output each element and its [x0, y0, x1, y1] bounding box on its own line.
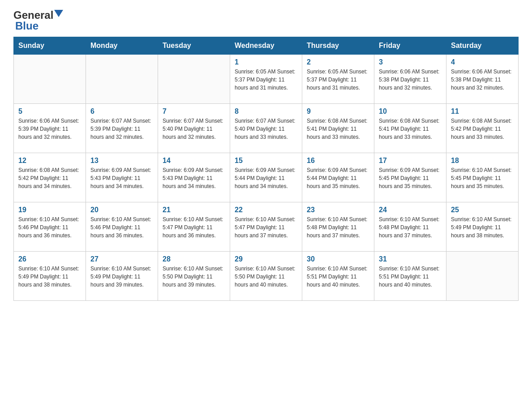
day-info: Sunrise: 6:10 AM Sunset: 5:47 PM Dayligh…	[163, 215, 225, 240]
day-info: Sunrise: 6:06 AM Sunset: 5:38 PM Dayligh…	[451, 68, 514, 92]
day-number: 15	[235, 157, 297, 165]
calendar-cell	[446, 252, 519, 301]
day-info: Sunrise: 6:10 AM Sunset: 5:46 PM Dayligh…	[18, 215, 81, 240]
calendar-cell: 26Sunrise: 6:10 AM Sunset: 5:49 PM Dayli…	[14, 252, 86, 301]
logo-blue-text: Blue	[15, 20, 39, 32]
weekday-header-tuesday: Tuesday	[158, 37, 230, 55]
day-number: 4	[451, 58, 514, 66]
day-number: 24	[379, 206, 442, 214]
day-number: 11	[451, 107, 514, 116]
day-info: Sunrise: 6:10 AM Sunset: 5:48 PM Dayligh…	[307, 215, 369, 240]
calendar-cell: 1Sunrise: 6:05 AM Sunset: 5:37 PM Daylig…	[230, 55, 302, 104]
day-info: Sunrise: 6:07 AM Sunset: 5:39 PM Dayligh…	[90, 117, 153, 141]
day-info: Sunrise: 6:08 AM Sunset: 5:42 PM Dayligh…	[18, 166, 81, 190]
day-info: Sunrise: 6:08 AM Sunset: 5:41 PM Dayligh…	[307, 117, 369, 141]
calendar-cell: 17Sunrise: 6:09 AM Sunset: 5:45 PM Dayli…	[374, 153, 446, 202]
weekday-header-row: SundayMondayTuesdayWednesdayThursdayFrid…	[14, 37, 519, 55]
calendar-week-row: 12Sunrise: 6:08 AM Sunset: 5:42 PM Dayli…	[14, 153, 519, 202]
day-number: 29	[235, 255, 297, 263]
calendar-cell: 6Sunrise: 6:07 AM Sunset: 5:39 PM Daylig…	[86, 104, 158, 153]
day-number: 8	[235, 107, 297, 116]
weekday-header-wednesday: Wednesday	[230, 37, 302, 55]
page-header: General Blue	[13, 9, 519, 32]
day-info: Sunrise: 6:09 AM Sunset: 5:44 PM Dayligh…	[307, 166, 369, 190]
calendar-cell: 5Sunrise: 6:06 AM Sunset: 5:39 PM Daylig…	[14, 104, 86, 153]
day-info: Sunrise: 6:05 AM Sunset: 5:37 PM Dayligh…	[307, 68, 369, 92]
day-number: 2	[307, 58, 369, 66]
day-number: 28	[163, 255, 225, 263]
day-info: Sunrise: 6:08 AM Sunset: 5:41 PM Dayligh…	[379, 117, 442, 141]
day-info: Sunrise: 6:10 AM Sunset: 5:49 PM Dayligh…	[18, 265, 81, 289]
calendar-week-row: 19Sunrise: 6:10 AM Sunset: 5:46 PM Dayli…	[14, 202, 519, 252]
svg-marker-0	[54, 10, 63, 17]
calendar-cell: 19Sunrise: 6:10 AM Sunset: 5:46 PM Dayli…	[14, 202, 86, 252]
calendar-cell: 2Sunrise: 6:05 AM Sunset: 5:37 PM Daylig…	[302, 55, 374, 104]
calendar-week-row: 1Sunrise: 6:05 AM Sunset: 5:37 PM Daylig…	[14, 55, 519, 104]
calendar-cell: 25Sunrise: 6:10 AM Sunset: 5:49 PM Dayli…	[446, 202, 519, 252]
weekday-header-sunday: Sunday	[14, 37, 86, 55]
day-info: Sunrise: 6:10 AM Sunset: 5:45 PM Dayligh…	[451, 166, 514, 190]
day-number: 5	[18, 107, 81, 116]
calendar-week-row: 26Sunrise: 6:10 AM Sunset: 5:49 PM Dayli…	[14, 252, 519, 301]
day-number: 20	[90, 206, 153, 214]
calendar-cell: 23Sunrise: 6:10 AM Sunset: 5:48 PM Dayli…	[302, 202, 374, 252]
calendar-cell: 10Sunrise: 6:08 AM Sunset: 5:41 PM Dayli…	[374, 104, 446, 153]
weekday-header-monday: Monday	[86, 37, 158, 55]
day-info: Sunrise: 6:05 AM Sunset: 5:37 PM Dayligh…	[235, 68, 297, 92]
day-number: 12	[18, 157, 81, 165]
calendar-cell: 13Sunrise: 6:09 AM Sunset: 5:43 PM Dayli…	[86, 153, 158, 202]
calendar-cell	[14, 55, 86, 104]
day-info: Sunrise: 6:07 AM Sunset: 5:40 PM Dayligh…	[163, 117, 225, 141]
logo: General Blue	[13, 9, 63, 32]
day-info: Sunrise: 6:10 AM Sunset: 5:48 PM Dayligh…	[379, 215, 442, 240]
day-number: 14	[163, 157, 225, 165]
day-info: Sunrise: 6:10 AM Sunset: 5:49 PM Dayligh…	[90, 265, 153, 289]
day-number: 18	[451, 157, 514, 165]
weekday-header-friday: Friday	[374, 37, 446, 55]
day-number: 13	[90, 157, 153, 165]
day-info: Sunrise: 6:08 AM Sunset: 5:42 PM Dayligh…	[451, 117, 514, 141]
day-info: Sunrise: 6:10 AM Sunset: 5:50 PM Dayligh…	[163, 265, 225, 289]
calendar-table: SundayMondayTuesdayWednesdayThursdayFrid…	[13, 37, 519, 301]
calendar-cell: 24Sunrise: 6:10 AM Sunset: 5:48 PM Dayli…	[374, 202, 446, 252]
day-info: Sunrise: 6:09 AM Sunset: 5:43 PM Dayligh…	[163, 166, 225, 190]
calendar-cell: 8Sunrise: 6:07 AM Sunset: 5:40 PM Daylig…	[230, 104, 302, 153]
day-info: Sunrise: 6:10 AM Sunset: 5:47 PM Dayligh…	[235, 215, 297, 240]
calendar-cell: 21Sunrise: 6:10 AM Sunset: 5:47 PM Dayli…	[158, 202, 230, 252]
day-number: 7	[163, 107, 225, 116]
calendar-cell: 16Sunrise: 6:09 AM Sunset: 5:44 PM Dayli…	[302, 153, 374, 202]
calendar-cell: 4Sunrise: 6:06 AM Sunset: 5:38 PM Daylig…	[446, 55, 519, 104]
day-number: 19	[18, 206, 81, 214]
calendar-cell: 18Sunrise: 6:10 AM Sunset: 5:45 PM Dayli…	[446, 153, 519, 202]
day-info: Sunrise: 6:10 AM Sunset: 5:50 PM Dayligh…	[235, 265, 297, 289]
calendar-cell: 28Sunrise: 6:10 AM Sunset: 5:50 PM Dayli…	[158, 252, 230, 301]
calendar-week-row: 5Sunrise: 6:06 AM Sunset: 5:39 PM Daylig…	[14, 104, 519, 153]
calendar-cell	[86, 55, 158, 104]
day-number: 17	[379, 157, 442, 165]
calendar-cell: 20Sunrise: 6:10 AM Sunset: 5:46 PM Dayli…	[86, 202, 158, 252]
calendar-cell: 31Sunrise: 6:10 AM Sunset: 5:51 PM Dayli…	[374, 252, 446, 301]
day-info: Sunrise: 6:09 AM Sunset: 5:44 PM Dayligh…	[235, 166, 297, 190]
calendar-cell: 12Sunrise: 6:08 AM Sunset: 5:42 PM Dayli…	[14, 153, 86, 202]
day-info: Sunrise: 6:06 AM Sunset: 5:39 PM Dayligh…	[18, 117, 81, 141]
day-info: Sunrise: 6:10 AM Sunset: 5:49 PM Dayligh…	[451, 215, 514, 240]
day-number: 23	[307, 206, 369, 214]
day-number: 10	[379, 107, 442, 116]
day-info: Sunrise: 6:10 AM Sunset: 5:51 PM Dayligh…	[379, 265, 442, 289]
day-info: Sunrise: 6:09 AM Sunset: 5:45 PM Dayligh…	[379, 166, 442, 190]
day-number: 22	[235, 206, 297, 214]
calendar-cell: 22Sunrise: 6:10 AM Sunset: 5:47 PM Dayli…	[230, 202, 302, 252]
calendar-cell: 7Sunrise: 6:07 AM Sunset: 5:40 PM Daylig…	[158, 104, 230, 153]
calendar-cell	[158, 55, 230, 104]
day-info: Sunrise: 6:07 AM Sunset: 5:40 PM Dayligh…	[235, 117, 297, 141]
calendar-cell: 15Sunrise: 6:09 AM Sunset: 5:44 PM Dayli…	[230, 153, 302, 202]
day-number: 27	[90, 255, 153, 263]
day-number: 1	[235, 58, 297, 66]
day-info: Sunrise: 6:10 AM Sunset: 5:46 PM Dayligh…	[90, 215, 153, 240]
day-number: 6	[90, 107, 153, 116]
weekday-header-saturday: Saturday	[446, 37, 519, 55]
day-number: 31	[379, 255, 442, 263]
calendar-cell: 14Sunrise: 6:09 AM Sunset: 5:43 PM Dayli…	[158, 153, 230, 202]
calendar-cell: 27Sunrise: 6:10 AM Sunset: 5:49 PM Dayli…	[86, 252, 158, 301]
calendar-cell: 9Sunrise: 6:08 AM Sunset: 5:41 PM Daylig…	[302, 104, 374, 153]
